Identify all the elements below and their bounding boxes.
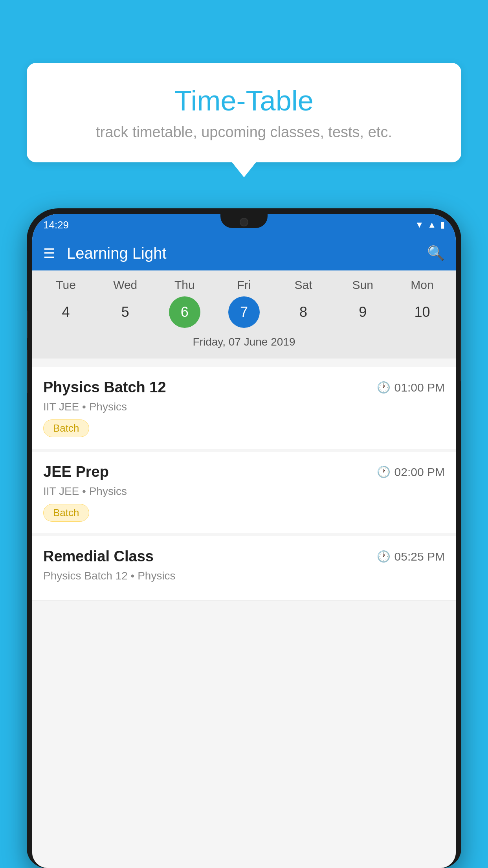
day-number[interactable]: 10 xyxy=(406,296,438,328)
app-bar: ☰ Learning Light 🔍 xyxy=(32,236,456,270)
batch-tag: Batch xyxy=(43,419,89,437)
day-number[interactable]: 6 xyxy=(169,296,200,328)
schedule-name: JEE Prep xyxy=(43,463,109,480)
batch-tag: Batch xyxy=(43,504,89,522)
schedule-item[interactable]: Remedial Class 🕐 05:25 PM Physics Batch … xyxy=(32,536,456,601)
day-name: Mon xyxy=(406,278,438,292)
schedule-name: Physics Batch 12 xyxy=(43,379,166,396)
day-number[interactable]: 5 xyxy=(110,296,141,328)
day-number[interactable]: 9 xyxy=(347,296,378,328)
camera xyxy=(240,218,248,226)
schedule-item-header: Physics Batch 12 🕐 01:00 PM xyxy=(43,379,445,396)
tooltip-title: Time-Table xyxy=(50,85,438,117)
day-number[interactable]: 7 xyxy=(228,296,260,328)
clock-icon: 🕐 xyxy=(377,550,391,563)
day-numbers: 45678910 xyxy=(32,296,456,328)
schedule-list: Physics Batch 12 🕐 01:00 PM IIT JEE • Ph… xyxy=(32,367,456,868)
selected-date: Friday, 07 June 2019 xyxy=(32,333,456,355)
day-names: TueWedThuFriSatSunMon xyxy=(32,278,456,292)
schedule-time: 🕐 01:00 PM xyxy=(377,381,445,394)
day-name: Sun xyxy=(347,278,378,292)
day-name: Fri xyxy=(228,278,260,292)
clock-icon: 🕐 xyxy=(377,381,391,394)
phone-screen: 14:29 ▼ ▲ ▮ ☰ Learning Light 🔍 TueWedThu… xyxy=(32,214,456,868)
notch xyxy=(220,214,268,228)
schedule-meta: IIT JEE • Physics xyxy=(43,401,445,413)
wifi-icon: ▼ xyxy=(415,220,424,230)
status-icons: ▼ ▲ ▮ xyxy=(415,220,445,230)
schedule-meta: Physics Batch 12 • Physics xyxy=(43,570,445,582)
battery-icon: ▮ xyxy=(440,220,445,230)
clock-icon: 🕐 xyxy=(377,465,391,478)
schedule-meta: IIT JEE • Physics xyxy=(43,485,445,498)
schedule-name: Remedial Class xyxy=(43,548,154,565)
search-icon[interactable]: 🔍 xyxy=(427,245,445,261)
power-button[interactable] xyxy=(460,330,461,381)
day-name: Wed xyxy=(110,278,141,292)
day-number[interactable]: 8 xyxy=(288,296,319,328)
day-name: Tue xyxy=(50,278,82,292)
day-number[interactable]: 4 xyxy=(50,296,82,328)
schedule-item[interactable]: JEE Prep 🕐 02:00 PM IIT JEE • Physics Ba… xyxy=(32,452,456,534)
tooltip-subtitle: track timetable, upcoming classes, tests… xyxy=(50,124,438,141)
day-name: Thu xyxy=(169,278,200,292)
phone-frame: 14:29 ▼ ▲ ▮ ☰ Learning Light 🔍 TueWedThu… xyxy=(27,208,461,868)
volume-up-button[interactable] xyxy=(27,350,28,393)
schedule-time: 🕐 05:25 PM xyxy=(377,550,445,563)
app-title: Learning Light xyxy=(67,245,427,262)
calendar-header: TueWedThuFriSatSunMon 45678910 Friday, 0… xyxy=(32,270,456,359)
status-time: 14:29 xyxy=(43,219,69,231)
schedule-item[interactable]: Physics Batch 12 🕐 01:00 PM IIT JEE • Ph… xyxy=(32,367,456,449)
signal-icon: ▲ xyxy=(427,220,436,230)
tooltip-card: Time-Table track timetable, upcoming cla… xyxy=(27,63,461,162)
volume-down-button[interactable] xyxy=(27,311,28,338)
schedule-item-header: Remedial Class 🕐 05:25 PM xyxy=(43,548,445,565)
schedule-item-header: JEE Prep 🕐 02:00 PM xyxy=(43,463,445,480)
menu-icon[interactable]: ☰ xyxy=(43,246,55,260)
schedule-time: 🕐 02:00 PM xyxy=(377,465,445,479)
day-name: Sat xyxy=(288,278,319,292)
